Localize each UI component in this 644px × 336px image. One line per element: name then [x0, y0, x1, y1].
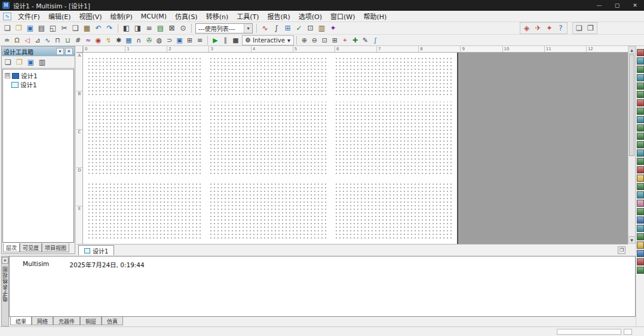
copy-icon[interactable]: ❑: [70, 23, 81, 33]
place-basic-icon[interactable]: Ω: [12, 35, 22, 45]
word-generator-icon[interactable]: [637, 108, 644, 115]
labview-signal-generator-icon[interactable]: [637, 225, 644, 232]
wattmeter-icon[interactable]: [637, 66, 644, 73]
education-website-icon[interactable]: ✈: [532, 23, 544, 33]
tab-simulation[interactable]: 仿真: [102, 317, 123, 325]
place-ttl-icon[interactable]: ⊓: [53, 35, 63, 45]
new-window-icon[interactable]: ❏: [574, 23, 585, 33]
tab-copper-layers[interactable]: 铜层: [80, 317, 102, 325]
place-misc-icon[interactable]: ✱: [114, 35, 124, 45]
place-power-icon[interactable]: ↯: [103, 35, 114, 45]
probe-settings-icon[interactable]: ✚: [350, 35, 360, 45]
tab-hierarchy[interactable]: 层次: [3, 243, 20, 252]
erc-icon[interactable]: ✓: [293, 23, 305, 33]
help-icon[interactable]: ?: [555, 23, 566, 33]
cut-icon[interactable]: ✂: [59, 23, 70, 33]
open-icon[interactable]: ❐: [13, 23, 24, 33]
undo-icon[interactable]: ↶: [93, 23, 104, 33]
open-design-icon[interactable]: ❐: [14, 57, 25, 68]
minimize-button[interactable]: —: [590, 0, 608, 11]
place-ncs-icon[interactable]: ◍: [154, 35, 164, 45]
new-icon[interactable]: ❏: [2, 23, 13, 33]
close-icon[interactable]: ✕: [2, 257, 8, 264]
place-source-icon[interactable]: ≐: [2, 35, 12, 45]
frequency-counter-icon[interactable]: [637, 99, 644, 106]
maximize-button[interactable]: ▢: [608, 0, 626, 11]
place-misc-digital-icon[interactable]: #: [73, 35, 83, 45]
sheet-tab-design1[interactable]: 设计1: [78, 245, 114, 255]
ni-community-icon[interactable]: ✦: [544, 23, 555, 33]
logic-converter-icon[interactable]: [637, 116, 644, 123]
zoom-out-icon[interactable]: ⊖: [309, 35, 320, 45]
preset-measurement-probes-icon[interactable]: [637, 267, 644, 274]
tab-project-view[interactable]: 项目视图: [42, 243, 69, 252]
save-icon[interactable]: ▣: [24, 23, 36, 33]
place-advanced-peripherals-icon[interactable]: ▦: [124, 35, 134, 45]
zoom-area-icon[interactable]: ⊡: [320, 35, 330, 45]
panel-menu-button[interactable]: ▾: [56, 48, 64, 55]
menu-window[interactable]: 窗口(W): [326, 10, 359, 22]
logic-analyzer-icon[interactable]: [637, 124, 644, 132]
capture-area-icon[interactable]: ⊡: [305, 23, 316, 33]
measurement-probe-icon[interactable]: [637, 258, 644, 265]
redo-icon[interactable]: ↷: [104, 23, 115, 33]
place-mcu-icon[interactable]: ▣: [174, 35, 185, 45]
interactive-simulation-button[interactable]: Interactive ▾: [242, 35, 294, 45]
place-mixed-icon[interactable]: ≈: [83, 35, 93, 45]
menu-reports[interactable]: 报告(R): [263, 10, 295, 22]
spice-netlist-viewer-icon[interactable]: ≡: [143, 23, 155, 33]
labview-signal-analyzer-icon[interactable]: [637, 216, 644, 224]
in-use-list-dropdown[interactable]: ---使用列表--- ▾: [195, 23, 253, 33]
multimeter-icon[interactable]: [637, 49, 644, 56]
menu-edit[interactable]: 编辑(E): [44, 10, 75, 22]
pause-simulation-button[interactable]: ∥: [220, 35, 231, 45]
analyses-and-simulation-icon[interactable]: ∫: [370, 35, 381, 45]
panel-close-button[interactable]: ✕: [65, 48, 73, 55]
spreadsheet-content[interactable]: Multisim 2025年7月24日, 0:19:44: [9, 256, 636, 317]
distortion-analyzer-icon[interactable]: [637, 141, 644, 148]
tab-components[interactable]: 元器件: [53, 317, 80, 325]
zoom-sheet-icon[interactable]: ⊞: [330, 35, 340, 45]
menu-options[interactable]: 选项(O): [295, 10, 326, 22]
network-analyzer-icon[interactable]: [637, 158, 644, 165]
oscilloscope-icon[interactable]: [637, 74, 644, 81]
menu-simulate[interactable]: 仿真(S): [171, 10, 202, 22]
paste-icon[interactable]: ▦: [81, 23, 93, 33]
labview-speaker-icon[interactable]: [637, 208, 644, 215]
function-generator-icon[interactable]: [637, 57, 644, 65]
agilent-oscilloscope-icon[interactable]: [637, 183, 644, 190]
place-transistor-icon[interactable]: ⊿: [32, 35, 42, 45]
agilent-multimeter-icon[interactable]: [637, 175, 644, 182]
analyses-icon[interactable]: ∫: [271, 23, 282, 33]
place-indicator-icon[interactable]: ◉: [93, 35, 103, 45]
print-icon[interactable]: ▤: [36, 23, 47, 33]
zoom-in-icon[interactable]: ⊕: [299, 35, 309, 45]
tab-results[interactable]: 结果: [10, 317, 32, 325]
chevron-down-icon[interactable]: ▾: [244, 24, 252, 33]
iv-analyzer-icon[interactable]: [637, 133, 644, 140]
four-channel-oscilloscope-icon[interactable]: [637, 83, 644, 90]
spreadsheet-view-toggle-icon[interactable]: ◨: [132, 23, 143, 33]
place-hierarchical-block-icon[interactable]: ⊞: [185, 35, 195, 45]
ladder-diagram-icon[interactable]: ▤: [155, 23, 166, 33]
tab-visibility[interactable]: 可见度: [20, 243, 42, 252]
menu-mcu[interactable]: MCU(M): [137, 11, 171, 22]
bode-plotter-icon[interactable]: [637, 91, 644, 98]
scroll-down-icon[interactable]: ▼: [628, 236, 635, 243]
window-layout-icon[interactable]: ❐: [585, 23, 596, 33]
stop-simulation-button[interactable]: ■: [231, 35, 241, 45]
place-connector-icon[interactable]: ⊃: [164, 35, 174, 45]
tektronix-oscilloscope-icon[interactable]: [637, 191, 644, 198]
component-wizard-icon[interactable]: ✦: [327, 23, 339, 33]
collapse-icon[interactable]: ⊟: [5, 73, 10, 78]
save-design-icon[interactable]: ▣: [25, 57, 36, 68]
place-diode-icon[interactable]: ◁: [22, 35, 32, 45]
labview-streaming-generator-icon[interactable]: [637, 233, 644, 240]
place-analog-icon[interactable]: ∿: [42, 35, 53, 45]
agilent-function-generator-icon[interactable]: [637, 166, 644, 173]
current-clamp-icon[interactable]: [637, 250, 644, 257]
new-design-icon[interactable]: ❏: [2, 57, 14, 68]
zoom-full-icon[interactable]: ⊙: [177, 23, 189, 33]
ni-elvismx-instruments-icon[interactable]: [637, 242, 644, 249]
design-toolbox-toggle-icon[interactable]: ◧: [121, 23, 132, 33]
